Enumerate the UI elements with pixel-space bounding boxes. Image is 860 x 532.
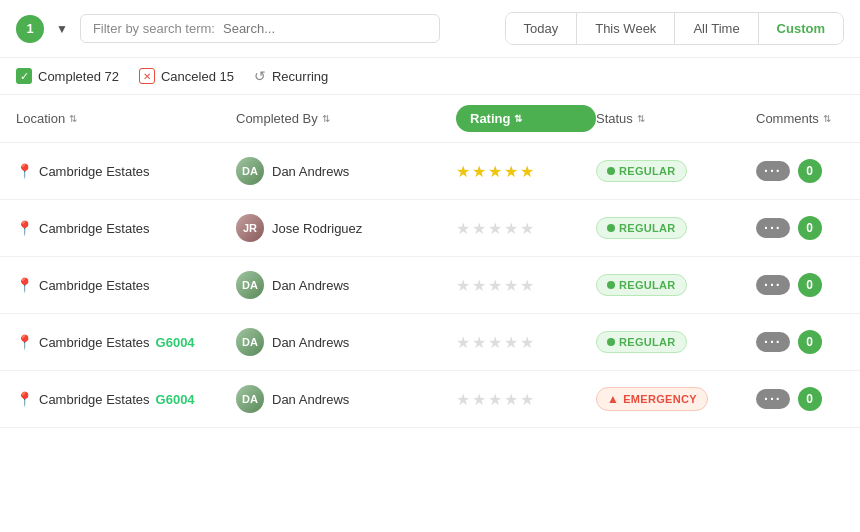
comments-cell: ··· 0 <box>756 387 860 411</box>
star-3: ★ <box>488 162 502 181</box>
location-name: Cambridge Estates <box>39 278 150 293</box>
filter-all-time[interactable]: All Time <box>675 13 758 44</box>
sort-location-icon: ⇅ <box>69 113 77 124</box>
recurring-label: Recurring <box>272 69 328 84</box>
star-4: ★ <box>504 219 518 238</box>
comments-cell: ··· 0 <box>756 216 860 240</box>
stars-cell: ★★★★★ <box>456 162 596 181</box>
comments-cell: ··· 0 <box>756 330 860 354</box>
status-badge: REGULAR <box>596 160 687 182</box>
star-3: ★ <box>488 333 502 352</box>
location-cell: 📍 Cambridge Estates G6004 <box>16 391 236 407</box>
stars-cell: ★★★★★ <box>456 333 596 352</box>
completed-by-cell: JR Jose Rodriguez <box>236 214 456 242</box>
star-1: ★ <box>456 162 470 181</box>
col-completed-by[interactable]: Completed By ⇅ <box>236 111 456 126</box>
star-2: ★ <box>472 276 486 295</box>
table-row: 📍 Cambridge Estates DA Dan Andrews ★★★★★… <box>0 257 860 314</box>
canceled-filter[interactable]: ✕ Canceled 15 <box>139 68 234 84</box>
search-container: Filter by search term: <box>80 14 440 43</box>
location-cell: 📍 Cambridge Estates <box>16 277 236 293</box>
star-2: ★ <box>472 390 486 409</box>
comment-count: 0 <box>798 273 822 297</box>
status-cell: REGULAR <box>596 274 756 296</box>
stars-cell: ★★★★★ <box>456 390 596 409</box>
location-pin-icon: 📍 <box>16 163 33 179</box>
location-pin-icon: 📍 <box>16 334 33 350</box>
location-name: Cambridge Estates <box>39 392 150 407</box>
dots-button[interactable]: ··· <box>756 275 790 295</box>
status-badge: REGULAR <box>596 274 687 296</box>
star-5: ★ <box>520 219 534 238</box>
star-2: ★ <box>472 162 486 181</box>
star-5: ★ <box>520 276 534 295</box>
dots-button[interactable]: ··· <box>756 218 790 238</box>
recurring-filter[interactable]: ↺ Recurring <box>254 68 328 84</box>
col-rating[interactable]: Rating ⇅ <box>456 105 596 132</box>
dots-button[interactable]: ··· <box>756 161 790 181</box>
filter-this-week[interactable]: This Week <box>577 13 675 44</box>
avatar: DA <box>236 271 264 299</box>
filter-custom[interactable]: Custom <box>759 13 843 44</box>
star-1: ★ <box>456 219 470 238</box>
status-dot <box>607 338 615 346</box>
dropdown-arrow-icon[interactable]: ▼ <box>56 22 68 36</box>
badge-button[interactable]: 1 <box>16 15 44 43</box>
filter-today[interactable]: Today <box>506 13 578 44</box>
comment-count: 0 <box>798 387 822 411</box>
star-4: ★ <box>504 390 518 409</box>
location-suffix: G6004 <box>156 335 195 350</box>
employee-name: Dan Andrews <box>272 164 349 179</box>
location-pin-icon: 📍 <box>16 391 33 407</box>
star-3: ★ <box>488 390 502 409</box>
completed-label: Completed 72 <box>38 69 119 84</box>
star-4: ★ <box>504 162 518 181</box>
employee-name: Dan Andrews <box>272 278 349 293</box>
status-cell: REGULAR <box>596 160 756 182</box>
canceled-icon: ✕ <box>139 68 155 84</box>
avatar: DA <box>236 157 264 185</box>
status-badge: ▲ EMERGENCY <box>596 387 708 411</box>
table-row: 📍 Cambridge Estates G6004 DA Dan Andrews… <box>0 314 860 371</box>
status-cell: REGULAR <box>596 331 756 353</box>
search-label: Filter by search term: <box>93 21 215 36</box>
comments-cell: ··· 0 <box>756 273 860 297</box>
employee-name: Dan Andrews <box>272 335 349 350</box>
col-status[interactable]: Status ⇅ <box>596 111 756 126</box>
star-5: ★ <box>520 162 534 181</box>
warning-icon: ▲ <box>607 392 619 406</box>
col-comments[interactable]: Comments ⇅ <box>756 111 860 126</box>
table-row: 📍 Cambridge Estates DA Dan Andrews ★★★★★… <box>0 143 860 200</box>
location-pin-icon: 📍 <box>16 220 33 236</box>
completed-by-cell: DA Dan Andrews <box>236 157 456 185</box>
avatar: DA <box>236 328 264 356</box>
filter-row: ✓ Completed 72 ✕ Canceled 15 ↺ Recurring <box>0 58 860 95</box>
table-header: Location ⇅ Completed By ⇅ Rating ⇅ Statu… <box>0 95 860 143</box>
time-filter-group: Today This Week All Time Custom <box>505 12 845 45</box>
search-input[interactable] <box>223 21 427 36</box>
location-cell: 📍 Cambridge Estates G6004 <box>16 334 236 350</box>
dots-button[interactable]: ··· <box>756 389 790 409</box>
sort-completedby-icon: ⇅ <box>322 113 330 124</box>
employee-name: Jose Rodriguez <box>272 221 362 236</box>
top-bar: 1 ▼ Filter by search term: Today This We… <box>0 0 860 58</box>
star-2: ★ <box>472 333 486 352</box>
completed-by-cell: DA Dan Andrews <box>236 328 456 356</box>
status-cell: REGULAR <box>596 217 756 239</box>
col-location[interactable]: Location ⇅ <box>16 111 236 126</box>
location-cell: 📍 Cambridge Estates <box>16 163 236 179</box>
star-1: ★ <box>456 276 470 295</box>
recurring-icon: ↺ <box>254 68 266 84</box>
canceled-label: Canceled 15 <box>161 69 234 84</box>
employee-name: Dan Andrews <box>272 392 349 407</box>
avatar: JR <box>236 214 264 242</box>
star-3: ★ <box>488 276 502 295</box>
status-badge: REGULAR <box>596 217 687 239</box>
completed-checkbox: ✓ <box>16 68 32 84</box>
star-5: ★ <box>520 390 534 409</box>
completed-filter[interactable]: ✓ Completed 72 <box>16 68 119 84</box>
location-pin-icon: 📍 <box>16 277 33 293</box>
sort-comments-icon: ⇅ <box>823 113 831 124</box>
star-4: ★ <box>504 276 518 295</box>
dots-button[interactable]: ··· <box>756 332 790 352</box>
